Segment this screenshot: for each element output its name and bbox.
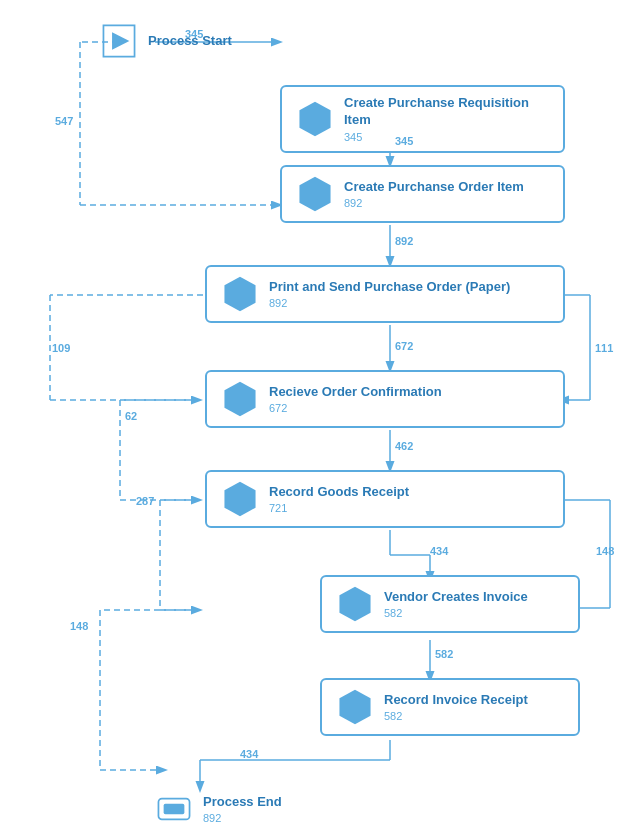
hex-icon-5	[221, 480, 259, 518]
hex-icon-3	[221, 275, 259, 313]
hex-icon-6	[336, 585, 374, 623]
end-icon	[155, 790, 193, 826]
edge-label-111: 111	[595, 342, 613, 354]
svg-marker-37	[224, 277, 255, 312]
node-create-requisition: Create Purchanse Requisition Item 345	[280, 85, 565, 153]
node6-title: Vendor Creates Invoice	[384, 589, 528, 606]
svg-rect-43	[164, 804, 185, 814]
node2-count: 892	[344, 197, 524, 209]
end-label: Process End	[203, 794, 282, 811]
hex-icon-2	[296, 175, 334, 213]
node7-title: Record Invoice Receipt	[384, 692, 528, 709]
edge-label-287: 287	[136, 495, 154, 507]
node2-title: Create Purchanse Order Item	[344, 179, 524, 196]
edge-label-109: 109	[52, 342, 70, 354]
hex-icon-1	[296, 100, 334, 138]
edge-label-582: 582	[435, 648, 453, 660]
node-receive-confirmation: Recieve Order Confirmation 672	[205, 370, 565, 428]
end-node: Process End 892	[155, 790, 282, 826]
diagram: Process Start Create Purchanse Requisiti…	[0, 0, 640, 826]
svg-marker-34	[112, 32, 129, 49]
edge-label-148-right: 148	[596, 545, 614, 557]
node1-title: Create Purchanse Requisition Item	[344, 95, 549, 129]
hex-icon-4	[221, 380, 259, 418]
start-node: Process Start	[100, 22, 232, 60]
node5-count: 721	[269, 502, 409, 514]
node5-title: Record Goods Receipt	[269, 484, 409, 501]
node6-count: 582	[384, 607, 528, 619]
edge-label-892-v: 892	[395, 235, 413, 247]
svg-marker-36	[299, 177, 330, 212]
edge-label-434-top: 434	[430, 545, 448, 557]
edge-label-148-left: 148	[70, 620, 88, 632]
node-record-invoice: Record Invoice Receipt 582	[320, 678, 580, 736]
svg-marker-38	[224, 382, 255, 417]
svg-marker-39	[224, 482, 255, 517]
node7-count: 582	[384, 710, 528, 722]
edge-label-62: 62	[125, 410, 137, 422]
node3-title: Print and Send Purchase Order (Paper)	[269, 279, 510, 296]
start-icon	[100, 22, 138, 60]
node-print-send: Print and Send Purchase Order (Paper) 89…	[205, 265, 565, 323]
edge-label-462: 462	[395, 440, 413, 452]
node3-count: 892	[269, 297, 510, 309]
edge-label-434-bot: 434	[240, 748, 258, 760]
edge-label-345-v: 345	[395, 135, 413, 147]
svg-marker-35	[299, 102, 330, 137]
edge-label-345-top: 345	[185, 28, 203, 40]
end-count: 892	[203, 812, 282, 824]
edge-label-672: 672	[395, 340, 413, 352]
svg-marker-41	[339, 690, 370, 725]
node-vendor-invoice: Vendor Creates Invoice 582	[320, 575, 580, 633]
svg-marker-40	[339, 587, 370, 622]
edge-label-547: 547	[55, 115, 73, 127]
node4-count: 672	[269, 402, 442, 414]
node4-title: Recieve Order Confirmation	[269, 384, 442, 401]
node1-count: 345	[344, 131, 549, 143]
node-create-order: Create Purchanse Order Item 892	[280, 165, 565, 223]
hex-icon-7	[336, 688, 374, 726]
node-record-goods: Record Goods Receipt 721	[205, 470, 565, 528]
